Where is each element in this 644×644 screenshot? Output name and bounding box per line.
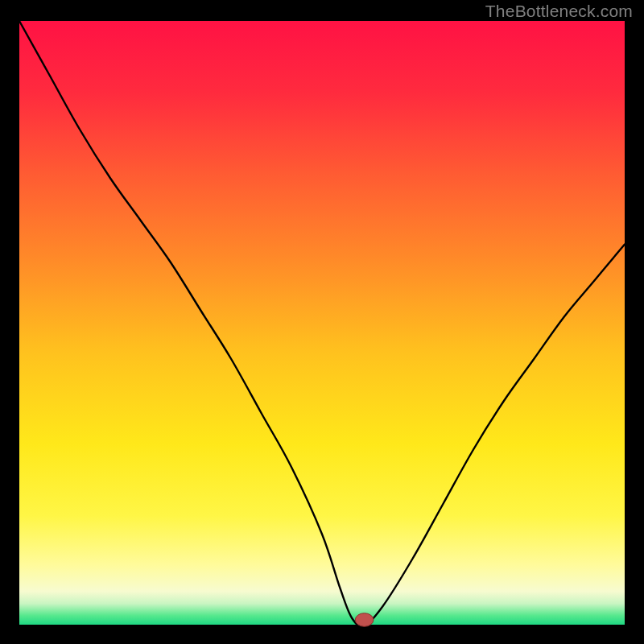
watermark-text: TheBottleneck.com: [485, 2, 633, 21]
bottleneck-chart: [0, 0, 644, 644]
optimum-marker: [355, 613, 374, 627]
chart-frame: TheBottleneck.com: [0, 0, 644, 644]
